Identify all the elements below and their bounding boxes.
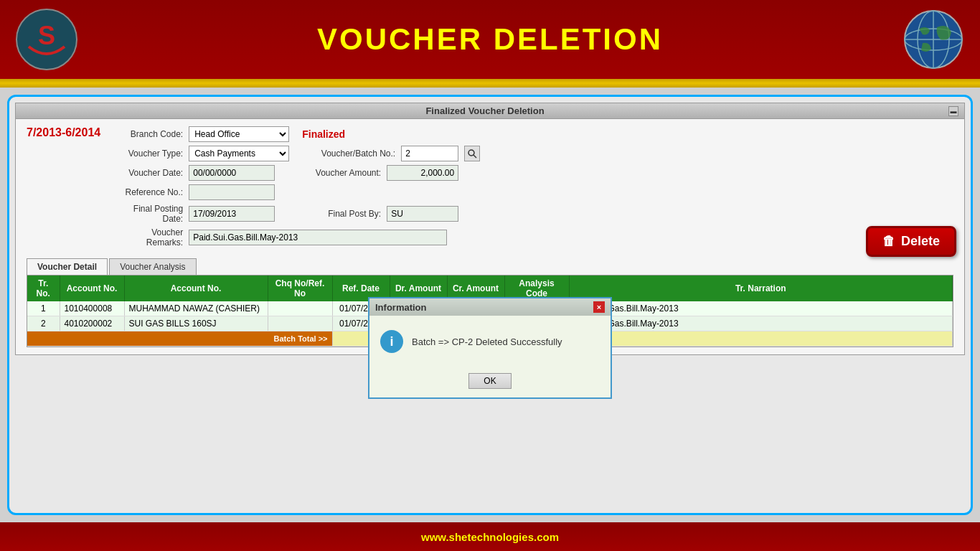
- information-dialog: Information × i Batch => CP-2 Deleted Su…: [368, 297, 612, 399]
- cell-account-name: MUHAMMAD NAWAZ (CASHIER): [124, 301, 268, 316]
- dialog-message: Batch => CP-2 Deleted Successfully: [412, 336, 562, 347]
- footer-url: www.shetechnologies.com: [421, 531, 559, 543]
- branch-code-row: Branch Code: Head Office Finalized: [122, 126, 953, 142]
- col-tr-narration: Tr. Narration: [569, 276, 953, 301]
- dialog-title-bar: Information ×: [369, 298, 611, 316]
- form-window-title: Finalized Voucher Deletion: [22, 105, 948, 116]
- final-posting-label: Final Posting Date:: [122, 204, 183, 224]
- voucher-type-label: Voucher Type:: [122, 149, 183, 159]
- ok-button[interactable]: OK: [468, 373, 511, 389]
- voucher-type-row: Voucher Type: Cash Payments Voucher/Batc…: [122, 146, 953, 161]
- reference-no-row: Reference No.:: [122, 184, 953, 200]
- final-posting-input[interactable]: [189, 206, 275, 222]
- svg-text:S: S: [38, 21, 55, 50]
- voucher-date-input[interactable]: [189, 165, 275, 181]
- cell-tr-narration: Paid.Sui.Gas.Bill.May-2013: [569, 316, 953, 331]
- col-chq-ref: Chq No/Ref. No: [268, 276, 332, 301]
- year-range: 7/2013-6/2014: [27, 126, 100, 139]
- voucher-remarks-row: Voucher Remarks:: [122, 227, 953, 248]
- tab-voucher-detail[interactable]: Voucher Detail: [27, 258, 108, 275]
- svg-line-8: [473, 155, 476, 158]
- dialog-footer: OK: [369, 367, 611, 397]
- voucher-remarks-input[interactable]: [189, 230, 447, 245]
- delete-label: Delete: [901, 234, 940, 249]
- cell-tr-narration: Paid.Sui.Gas.Bill.May-2013: [569, 301, 953, 316]
- voucher-batch-label: Voucher/Batch No.:: [302, 149, 395, 159]
- cell-account-name: SUI GAS BILLS 160SJ: [124, 316, 268, 331]
- branch-code-select[interactable]: Head Office: [189, 126, 289, 142]
- delete-btn-container: 🗑 Delete: [866, 226, 956, 257]
- header: S VOUCHER DELETION: [0, 0, 980, 79]
- dialog-body: i Batch => CP-2 Deleted Successfully: [369, 316, 611, 367]
- svg-point-7: [468, 150, 474, 156]
- minimize-button[interactable]: ▬: [948, 106, 958, 116]
- branch-code-label: Branch Code:: [122, 129, 183, 139]
- col-tr-no: Tr. No.: [27, 276, 60, 301]
- finalized-badge: Finalized: [302, 128, 345, 140]
- delete-button[interactable]: 🗑 Delete: [866, 226, 956, 257]
- footer: www.shetechnologies.com: [0, 522, 980, 551]
- voucher-amount-label: Voucher Amount:: [288, 168, 381, 178]
- dialog-close-button[interactable]: ×: [593, 301, 605, 313]
- cell-account-no: 4010200002: [60, 316, 124, 331]
- cell-chq-ref: [268, 301, 332, 316]
- cell-tr-no: 2: [27, 316, 60, 331]
- col-account-no: Account No.: [60, 276, 124, 301]
- voucher-remarks-label: Voucher Remarks:: [122, 227, 183, 248]
- cell-account-no: 1010400008: [60, 301, 124, 316]
- logo-left: S: [14, 7, 79, 72]
- page-title: VOUCHER DELETION: [317, 22, 663, 57]
- dialog-title: Information: [375, 302, 427, 313]
- voucher-date-row: Voucher Date: Voucher Amount:: [122, 165, 953, 181]
- gold-bar: [0, 79, 980, 88]
- voucher-amount-input[interactable]: [387, 165, 458, 181]
- reference-no-label: Reference No.:: [122, 187, 183, 197]
- logo-right: [901, 7, 966, 72]
- trash-icon: 🗑: [882, 234, 895, 249]
- search-icon[interactable]: [464, 146, 480, 161]
- voucher-type-select[interactable]: Cash Payments: [189, 146, 289, 161]
- voucher-batch-input[interactable]: 2: [401, 146, 458, 161]
- final-posting-row: Final Posting Date: Final Post By:: [122, 204, 953, 224]
- tabs-container: Voucher Detail Voucher Analysis: [27, 258, 953, 275]
- final-post-by-input[interactable]: [387, 206, 458, 222]
- col-account-name: Account No.: [124, 276, 268, 301]
- cell-tr-no: 1: [27, 301, 60, 316]
- outer-container: Finalized Voucher Deletion ▬ 7/2013-6/20…: [7, 95, 973, 515]
- batch-total-label: Batch Total >>: [27, 331, 332, 347]
- info-icon: i: [380, 330, 403, 353]
- form-title-bar: Finalized Voucher Deletion ▬: [16, 103, 964, 119]
- final-post-by-label: Final Post By:: [288, 209, 381, 219]
- main-area: Finalized Voucher Deletion ▬ 7/2013-6/20…: [0, 88, 980, 522]
- reference-no-input[interactable]: [189, 184, 275, 200]
- cell-chq-ref: [268, 316, 332, 331]
- tab-voucher-analysis[interactable]: Voucher Analysis: [109, 258, 196, 275]
- voucher-date-label: Voucher Date:: [122, 168, 183, 178]
